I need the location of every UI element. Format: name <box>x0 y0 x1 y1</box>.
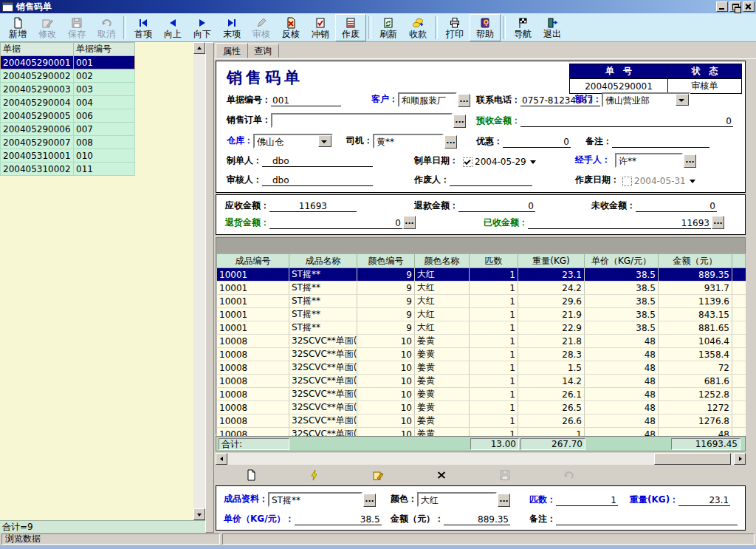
detail-edit-button[interactable] <box>369 467 387 483</box>
column-header[interactable]: 颜色名称 <box>415 254 470 268</box>
help-button[interactable]: 帮助 <box>470 14 501 41</box>
product-lookup-button[interactable]: ... <box>363 494 376 507</box>
new-button[interactable]: 新增 <box>3 14 32 41</box>
tab-properties[interactable]: 属性 <box>216 43 248 58</box>
table-row[interactable]: 10001 ST摇** 9 大红 1 24.2 38.5 931.7 <box>217 282 746 295</box>
chevron-down-icon[interactable] <box>690 180 695 183</box>
list-item[interactable]: 200405310002 011 <box>1 163 135 176</box>
column-header[interactable]: 单价（KG/元） <box>585 254 659 268</box>
handler-lookup-button[interactable]: ... <box>684 154 696 168</box>
scroll-left-icon[interactable] <box>216 453 227 465</box>
bill-no-field[interactable]: 001 <box>271 95 341 106</box>
driver-lookup-button[interactable]: ... <box>444 135 457 149</box>
void-date-checkbox[interactable] <box>622 177 632 186</box>
product-field[interactable]: ST摇** <box>268 492 362 507</box>
restore-button[interactable] <box>729 1 741 12</box>
color-lookup-button[interactable]: ... <box>498 494 510 507</box>
handler-field[interactable]: 许** <box>615 153 683 168</box>
print-button[interactable]: 打印 <box>440 14 470 41</box>
column-header[interactable]: 金额（元） <box>659 254 732 268</box>
column-header[interactable]: 单据编号 <box>74 43 135 56</box>
writeoff-button[interactable]: 冲销 <box>306 14 335 41</box>
weight-field[interactable]: 23.1 <box>678 495 730 506</box>
scrollbar-thumb[interactable] <box>654 453 731 465</box>
table-row[interactable]: 10008 32SCVC**单面(* 10 姜黄 1 26.5 48 1272 <box>217 401 746 415</box>
table-row[interactable]: 10008 32SCVC**单面(* 10 姜黄 1 21.8 48 1046.… <box>217 335 746 348</box>
pieces-field[interactable]: 1 <box>556 495 618 506</box>
table-row[interactable]: 10008 32SCVC**单面(* 10 姜黄 1 26.6 48 1276.… <box>217 415 746 428</box>
list-item[interactable]: 200405290003 003 <box>1 83 135 96</box>
chevron-down-icon[interactable] <box>318 135 331 147</box>
list-item[interactable]: 200405290006 007 <box>1 123 135 136</box>
grid-hscrollbar[interactable] <box>216 453 746 465</box>
prev-button[interactable]: 向上 <box>158 14 188 41</box>
list-item[interactable]: 200405290005 006 <box>1 109 135 123</box>
make-date-checkbox[interactable] <box>463 157 472 167</box>
price-field[interactable]: 38.5 <box>295 514 382 525</box>
tab-query[interactable]: 查询 <box>247 44 279 58</box>
list-item[interactable]: 200405290004 004 <box>1 96 135 109</box>
list-item[interactable]: 200405290002 002 <box>1 69 135 83</box>
table-row[interactable]: 10001 ST摇** 9 大红 1 22.9 38.5 881.65 <box>217 321 746 335</box>
chevron-down-icon[interactable] <box>530 160 536 164</box>
void-date-picker[interactable]: 2004-05-31 <box>622 176 695 186</box>
table-row[interactable]: 10008 32SCVC**单面(* 10 姜黄 1 1.5 48 72 <box>217 361 746 375</box>
column-header[interactable]: 单据 <box>1 43 74 56</box>
amount-field[interactable]: 889.35 <box>444 514 510 525</box>
navigate-button[interactable]: 导航 <box>508 14 537 41</box>
prepay-field[interactable]: 0 <box>520 116 733 127</box>
auditor-field[interactable]: dbo <box>262 175 373 186</box>
minimize-button[interactable] <box>716 1 728 12</box>
scroll-up-icon[interactable] <box>193 42 205 54</box>
driver-field[interactable]: 黄** <box>373 134 444 149</box>
voider-field[interactable] <box>450 175 532 186</box>
table-row[interactable]: 10001 ST摇** 9 大红 1 21.9 38.5 843.15 <box>217 308 746 321</box>
title-bar: 销售码单 <box>0 0 756 13</box>
sales-order-field[interactable] <box>271 113 453 128</box>
received-detail-button[interactable]: ... <box>712 216 724 229</box>
exit-button[interactable]: 退出 <box>537 14 567 41</box>
detail-quick-button[interactable] <box>306 467 323 483</box>
void-button[interactable]: 作废 <box>335 14 366 41</box>
customer-lookup-button[interactable]: ... <box>458 94 470 107</box>
table-row[interactable]: 10008 32SCVC**单面(* 10 姜黄 1 26.1 48 1252.… <box>217 388 746 401</box>
returns-detail-button[interactable]: ... <box>403 216 416 229</box>
sales-order-lookup-button[interactable]: ... <box>453 115 466 128</box>
unaudit-button[interactable]: 反核 <box>276 14 306 41</box>
warehouse-select[interactable]: 佛山仓 <box>253 134 333 149</box>
color-field[interactable]: 大红 <box>417 492 497 507</box>
next-button[interactable]: 向下 <box>188 14 217 41</box>
customer-field[interactable]: 和顺服装厂 <box>398 92 457 107</box>
list-item[interactable]: 200405310001 010 <box>1 149 135 163</box>
table-row[interactable]: 10001 ST摇** 9 大红 1 23.1 38.5 889.35 <box>217 268 746 282</box>
first-button[interactable]: 首项 <box>128 14 158 41</box>
last-button[interactable]: 末项 <box>217 14 247 41</box>
scroll-right-icon[interactable] <box>734 453 746 465</box>
remark-field[interactable] <box>612 137 709 148</box>
column-header[interactable]: 成品编号 <box>217 254 289 268</box>
column-header[interactable]: 成品名称 <box>289 254 357 268</box>
splitter[interactable] <box>205 42 214 533</box>
receive-payment-button[interactable]: 收款 <box>403 14 433 41</box>
detail-remark-field[interactable] <box>556 514 738 525</box>
column-header[interactable]: 匹数 <box>470 254 518 268</box>
dept-select[interactable]: 佛山营业部 <box>602 92 690 107</box>
list-item[interactable]: 200405290001 001 <box>1 56 135 69</box>
column-header[interactable]: 颜色编号 <box>357 254 415 268</box>
table-row[interactable]: 10008 32SCVC**单面(* 10 姜黄 1 28.3 48 1358.… <box>217 348 746 361</box>
table-row[interactable]: 10001 ST摇** 9 大红 1 29.6 38.5 1139.6 <box>217 295 746 308</box>
maker-field[interactable]: dbo <box>262 156 373 167</box>
make-date-picker[interactable]: 2004-05-29 <box>463 157 536 167</box>
detail-delete-button[interactable] <box>433 467 450 483</box>
discount-field[interactable]: 0 <box>503 137 571 148</box>
sidebar-scrollbar[interactable] <box>193 42 205 520</box>
list-item[interactable]: 200405290007 008 <box>1 136 135 149</box>
close-button[interactable] <box>743 1 755 12</box>
column-header[interactable]: 重量(KG) <box>518 254 585 268</box>
table-row[interactable]: 10008 32SCVC**单面(* 10 姜黄 1 14.2 48 681.6 <box>217 375 746 388</box>
scroll-down-icon[interactable] <box>193 508 205 520</box>
refresh-button[interactable]: 刷新 <box>374 14 403 41</box>
flag-icon <box>517 17 529 30</box>
detail-new-button[interactable] <box>242 467 260 483</box>
chevron-down-icon[interactable] <box>676 94 689 106</box>
